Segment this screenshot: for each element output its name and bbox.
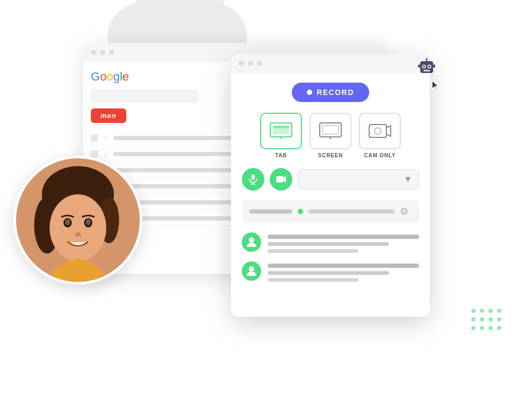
tab-indicator-row: ⚙ [242,200,419,223]
green-dot [480,317,484,322]
gmail-search-bar [91,89,198,103]
svg-point-23 [428,65,430,68]
tab-mode-icon-box [260,113,302,149]
recording-mode-options: TAB SCREEN [242,113,419,158]
green-dot [488,309,493,313]
green-dot [471,317,476,322]
green-dot [480,309,484,313]
green-dot [471,326,476,330]
svg-point-38 [85,219,91,225]
svg-point-11 [375,128,381,134]
ext-titlebar [231,54,430,73]
av-controls-row: ▼ [242,168,419,191]
cam-only-icon [368,122,392,140]
svg-rect-4 [273,126,289,128]
participant-line-1 [268,264,419,268]
svg-point-22 [423,65,425,68]
cam-only-icon-box [359,113,401,149]
screen-mode-label: SCREEN [318,152,343,158]
svg-point-18 [249,266,254,272]
svg-point-34 [49,194,106,261]
participant-line-3 [268,249,358,253]
mode-option-tab[interactable]: TAB [260,113,302,158]
profile-face-svg [16,156,140,285]
participant-line-3 [268,278,358,282]
record-indicator-dot [307,90,312,95]
green-dot [471,309,476,313]
mic-icon [248,174,258,185]
screen-icon [319,122,342,140]
mode-option-cam-only[interactable]: CAM ONLY [359,113,401,158]
participant-row-2 [242,261,419,282]
camera-icon [276,175,286,184]
ext-body: RECORD TAB [231,73,430,300]
participant-row-1 [242,232,419,253]
cam-only-label: CAM ONLY [364,152,396,158]
gmail-checkbox[interactable] [91,150,98,158]
svg-point-26 [426,58,428,60]
tab-label-placeholder [249,209,292,214]
window-dot-red [91,50,96,55]
profile-photo [13,156,142,285]
cursor [431,79,441,93]
loom-robot-icon[interactable] [417,58,436,79]
audio-source-dropdown[interactable]: ▼ [298,169,419,189]
extension-popup: RECORD TAB [231,54,430,317]
green-dot [488,317,493,322]
green-dot [497,326,501,330]
green-dot [497,309,501,313]
scene: Google men ☆ ☆ ☆ [0,0,532,401]
settings-gear-icon[interactable]: ⚙ [400,206,412,217]
dropdown-arrow-icon: ▼ [404,174,412,184]
record-label: RECORD [317,88,354,97]
svg-marker-29 [432,81,438,90]
svg-rect-9 [369,125,386,137]
svg-rect-24 [423,70,430,71]
svg-marker-10 [386,126,391,136]
camera-button[interactable] [270,168,292,191]
person-icon-2 [246,265,257,277]
tab-progress-line [308,209,394,214]
participant-avatar-1 [242,232,261,252]
person-icon-1 [246,236,257,248]
participant-avatar-2 [242,261,261,281]
record-button[interactable]: RECORD [292,83,369,102]
active-tab-indicator [298,209,303,214]
svg-point-37 [65,219,70,225]
participant-lines-1 [268,232,419,253]
gmail-star[interactable]: ☆ [103,135,109,141]
participant-line-2 [268,271,389,275]
svg-rect-8 [322,126,339,134]
svg-point-39 [75,232,81,237]
ext-dot-3 [257,61,262,66]
svg-rect-12 [251,174,255,180]
svg-rect-28 [433,64,435,68]
robot-face-svg [417,58,436,77]
ext-dot-2 [248,61,253,66]
green-dot [488,326,493,330]
svg-marker-16 [283,176,286,183]
ext-dot-1 [239,61,244,66]
gmail-checkbox[interactable] [91,134,98,142]
window-dot-yellow [100,50,105,55]
svg-rect-27 [418,64,420,68]
gmail-compose-button[interactable]: men [91,108,126,123]
window-dot-green [109,50,114,55]
svg-rect-5 [320,123,341,137]
participant-line-1 [268,235,419,239]
gmail-star[interactable]: ☆ [103,151,109,157]
green-dot [480,326,484,330]
tab-mode-label: TAB [275,152,287,158]
cursor-svg [431,79,441,91]
tab-screen-icon [269,122,293,140]
participant-lines-2 [268,261,419,282]
participant-line-2 [268,242,389,246]
svg-rect-15 [276,176,283,183]
green-dot [497,317,501,322]
green-dots-decoration [471,309,502,331]
microphone-button[interactable] [242,168,264,191]
svg-point-17 [249,237,254,243]
mode-option-screen[interactable]: SCREEN [310,113,351,158]
screen-mode-icon-box [310,113,351,149]
